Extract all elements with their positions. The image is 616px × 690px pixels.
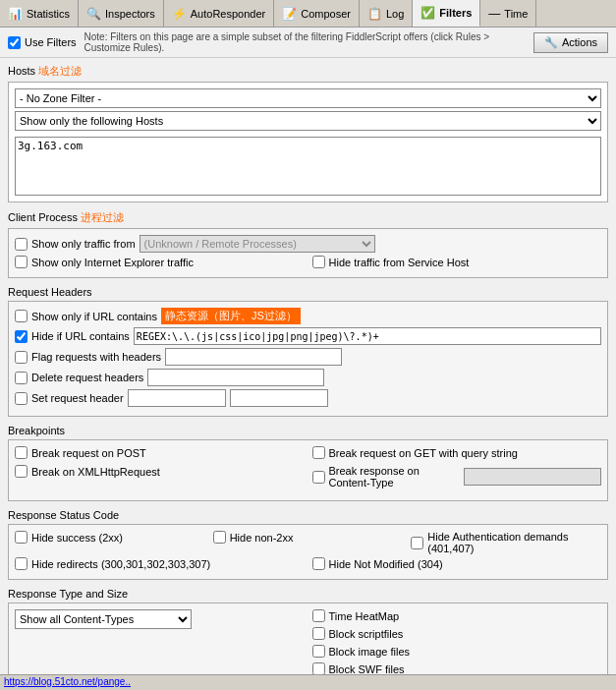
inspectors-icon: 🔍 bbox=[86, 7, 101, 21]
block-scriptfiles-checkbox[interactable] bbox=[312, 627, 325, 640]
break-xml-checkbox[interactable] bbox=[15, 465, 28, 478]
block-imagefiles-row: Block image files bbox=[312, 645, 602, 658]
tab-bar: 📊 Statistics 🔍 Inspectors ⚡ AutoResponde… bbox=[0, 0, 616, 28]
show-ie-checkbox[interactable] bbox=[15, 256, 28, 268]
client-process-label-cn: 进程过滤 bbox=[81, 211, 124, 223]
block-swf-label: Block SWF files bbox=[329, 663, 405, 675]
log-icon: 📋 bbox=[367, 7, 382, 21]
traffic-from-select[interactable]: (Unknown / Remote Processes) bbox=[140, 235, 375, 253]
static-filter-label: 静态资源（图片、JS过滤） bbox=[161, 308, 301, 324]
time-heatmap-row: Time HeatMap bbox=[312, 609, 602, 622]
status-row1: Hide success (2xx) Hide non-2xx Hide Aut… bbox=[15, 531, 601, 557]
status-url[interactable]: https://blog.51cto.net/pange.. bbox=[4, 676, 131, 687]
delete-headers-row: Delete request headers bbox=[15, 369, 601, 386]
hosts-row: - No Zone Filter - Show only the followi… bbox=[15, 88, 601, 196]
toolbar: Use Filters Note: Filters on this page a… bbox=[0, 28, 616, 58]
tab-inspectors[interactable]: 🔍 Inspectors bbox=[79, 0, 164, 27]
hosts-container: - No Zone Filter - Show only the followi… bbox=[8, 82, 608, 202]
show-ie-label: Show only Internet Explorer traffic bbox=[31, 257, 194, 268]
hide-service-label: Hide traffic from Service Host bbox=[329, 257, 470, 268]
use-filters-checkbox[interactable] bbox=[8, 36, 21, 49]
break-row2: Break on XMLHttpRequest Break response o… bbox=[15, 465, 601, 491]
show-ie-row: Show only Internet Explorer traffic bbox=[15, 256, 305, 268]
hide-not-modified-row: Hide Not Modified (304) bbox=[312, 557, 602, 570]
actions-icon: 🔧 bbox=[544, 36, 558, 49]
break-xml-label: Break on XMLHttpRequest bbox=[31, 466, 160, 478]
break-xml-row: Break on XMLHttpRequest bbox=[15, 465, 305, 478]
show-url-label: Show only if URL contains bbox=[31, 311, 157, 322]
block-imagefiles-checkbox[interactable] bbox=[312, 645, 325, 658]
delete-headers-input[interactable] bbox=[147, 369, 324, 386]
filters-icon: ✅ bbox=[420, 6, 435, 20]
hosts-section-label-cn: 域名过滤 bbox=[38, 65, 82, 77]
hide-service-checkbox[interactable] bbox=[312, 256, 325, 268]
break-get-label: Break request on GET with query string bbox=[329, 447, 518, 459]
break-content-input[interactable] bbox=[464, 468, 601, 486]
autoresponder-icon: ⚡ bbox=[172, 7, 187, 21]
timeline-icon: — bbox=[488, 7, 500, 21]
hide-redirects-checkbox[interactable] bbox=[15, 557, 28, 570]
hide-url-checkbox[interactable] bbox=[15, 330, 28, 343]
break-content-label: Break response on Content-Type bbox=[329, 465, 461, 489]
tab-log[interactable]: 📋 Log bbox=[360, 0, 413, 27]
tab-statistics[interactable]: 📊 Statistics bbox=[0, 0, 79, 27]
hosts-section-label: Hosts bbox=[8, 65, 35, 77]
regex-input[interactable]: REGEX:\.\.(js|css|ico|jpg|png|jpeg)\?.*)… bbox=[134, 327, 601, 345]
show-traffic-checkbox[interactable] bbox=[15, 238, 28, 251]
composer-icon: 📝 bbox=[282, 7, 297, 21]
hide-not-modified-checkbox[interactable] bbox=[312, 557, 325, 570]
break-get-checkbox[interactable] bbox=[312, 446, 325, 459]
break-content-checkbox[interactable] bbox=[312, 471, 325, 484]
show-url-checkbox[interactable] bbox=[15, 310, 28, 322]
tab-timeline[interactable]: — Time bbox=[480, 0, 536, 27]
show-traffic-label: Show only traffic from bbox=[31, 238, 136, 250]
zone-filter-select[interactable]: - No Zone Filter - bbox=[15, 88, 601, 108]
break-content-row: Break response on Content-Type bbox=[312, 465, 602, 489]
content-type-select[interactable]: Show all Content-Types bbox=[15, 609, 192, 629]
hide-redirects-row: Hide redirects (300,301,302,303,307) bbox=[15, 557, 305, 570]
request-headers-container: Show only if URL contains 静态资源（图片、JS过滤） … bbox=[8, 301, 608, 417]
content-type-row: Show all Content-Types Time HeatMap Bloc… bbox=[15, 609, 601, 678]
statistics-icon: 📊 bbox=[8, 7, 23, 21]
breakpoints-section: Breakpoints Break request on POST Break … bbox=[8, 425, 608, 501]
show-hosts-select[interactable]: Show only the following Hosts bbox=[15, 111, 601, 131]
actions-button[interactable]: 🔧 Actions bbox=[533, 32, 608, 53]
client-process-label: Client Process bbox=[8, 211, 78, 223]
show-url-row: Show only if URL contains 静态资源（图片、JS过滤） bbox=[15, 308, 601, 324]
request-headers-label: Request Headers bbox=[8, 286, 92, 298]
delete-headers-checkbox[interactable] bbox=[15, 372, 28, 384]
status-row2: Hide redirects (300,301,302,303,307) Hid… bbox=[15, 557, 601, 573]
flag-headers-row: Flag requests with headers bbox=[15, 348, 601, 366]
set-header-input1[interactable] bbox=[128, 389, 226, 407]
hide-2xx-checkbox[interactable] bbox=[15, 531, 28, 544]
flag-headers-input[interactable] bbox=[165, 348, 342, 366]
block-scriptfiles-label: Block scriptfiles bbox=[329, 628, 404, 640]
main-content: Hosts 域名过滤 - No Zone Filter - Show only … bbox=[0, 58, 616, 690]
response-status-label: Response Status Code bbox=[8, 509, 119, 521]
hide-2xx-label: Hide success (2xx) bbox=[31, 532, 123, 544]
status-bar: https://blog.51cto.net/pange.. bbox=[0, 674, 616, 690]
client-process-container: Show only traffic from (Unknown / Remote… bbox=[8, 228, 608, 278]
set-header-input2[interactable] bbox=[230, 389, 328, 407]
hosts-textarea[interactable]: 3g.163.com bbox=[15, 137, 601, 196]
delete-headers-label: Delete request headers bbox=[31, 372, 143, 383]
break-post-label: Break request on POST bbox=[31, 447, 146, 459]
hide-non2xx-checkbox[interactable] bbox=[213, 531, 226, 544]
hide-redirects-label: Hide redirects (300,301,302,303,307) bbox=[31, 558, 210, 570]
tab-composer[interactable]: 📝 Composer bbox=[274, 0, 360, 27]
hide-url-label: Hide if URL contains bbox=[31, 330, 130, 342]
time-heatmap-label: Time HeatMap bbox=[329, 610, 400, 622]
break-post-row: Break request on POST bbox=[15, 446, 305, 459]
break-post-checkbox[interactable] bbox=[15, 446, 28, 459]
show-traffic-row: Show only traffic from (Unknown / Remote… bbox=[15, 235, 601, 253]
flag-headers-checkbox[interactable] bbox=[15, 351, 28, 364]
client-two-col: Show only Internet Explorer traffic Hide… bbox=[15, 256, 601, 271]
tab-filters[interactable]: ✅ Filters bbox=[413, 0, 480, 27]
hide-service-row: Hide traffic from Service Host bbox=[312, 256, 602, 268]
break-row1: Break request on POST Break request on G… bbox=[15, 446, 601, 462]
hide-not-modified-label: Hide Not Modified (304) bbox=[329, 558, 443, 570]
set-header-checkbox[interactable] bbox=[15, 392, 28, 405]
time-heatmap-checkbox[interactable] bbox=[312, 609, 325, 622]
tab-autoresponder[interactable]: ⚡ AutoResponder bbox=[164, 0, 274, 27]
hide-auth-checkbox[interactable] bbox=[411, 537, 423, 549]
